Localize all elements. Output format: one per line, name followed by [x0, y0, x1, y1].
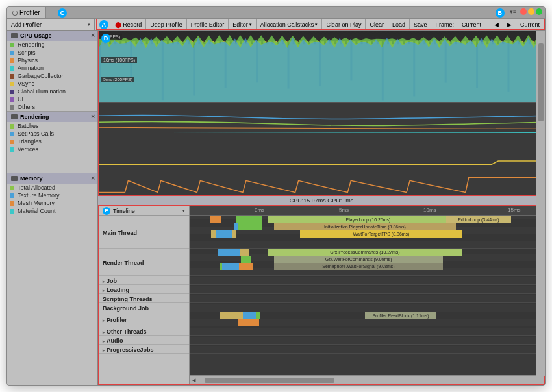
- timeline-track[interactable]: [190, 345, 544, 354]
- timeline-bar[interactable]: Gfx.ProcessCommands (10.27ms): [268, 249, 462, 256]
- rendering-module-header[interactable]: Rendering ×: [7, 112, 97, 122]
- cpu-icon: [11, 33, 18, 38]
- timeline-row-label[interactable]: ▸ Other Threads: [99, 326, 189, 336]
- timeline-bar[interactable]: Semaphore.WaitForSignal (9.08ms): [274, 263, 443, 270]
- timeline-track[interactable]: [190, 276, 544, 285]
- next-frame-button[interactable]: ▶: [503, 19, 516, 29]
- timeline-bar-fragment[interactable]: [239, 263, 253, 270]
- timeline-row-label[interactable]: ▸ Audio: [99, 336, 189, 345]
- legend-item[interactable]: Total Allocated: [7, 184, 97, 191]
- timeline-track[interactable]: [190, 326, 544, 336]
- legend-item[interactable]: Physics: [7, 56, 97, 64]
- profile-editor-button[interactable]: Profile Editor: [187, 19, 229, 29]
- dock-icon[interactable]: ▾≡: [510, 8, 516, 18]
- allocation-callstacks-dropdown[interactable]: Allocation Callstacks: [257, 19, 323, 29]
- timeline-track[interactable]: [190, 294, 544, 303]
- profiler-tab[interactable]: Profiler: [7, 7, 46, 18]
- marker-e: E: [103, 207, 110, 215]
- cpu-chart[interactable]: (60FPS) 10ms (100FPS) 5ms (200FPS): [99, 31, 544, 103]
- timeline-bar-fragment[interactable]: [241, 256, 252, 263]
- timeline-row-label[interactable]: Render Thread: [99, 249, 189, 276]
- cpu-module-header[interactable]: CPU Usage ×: [7, 31, 97, 41]
- timeline-bar[interactable]: PlayerLoop (10.25ms): [268, 216, 469, 223]
- timeline-row-label[interactable]: ▸ ProgressiveJobs: [99, 345, 189, 354]
- timeline-bar[interactable]: Profiler.ReadBlock (1.11ms): [365, 312, 436, 319]
- close-button[interactable]: [520, 8, 527, 15]
- memory-chart[interactable]: [99, 154, 544, 193]
- timeline-bar-fragment[interactable]: [238, 223, 262, 230]
- prev-frame-button[interactable]: ◀: [490, 19, 503, 29]
- scrollbar-thumb[interactable]: [205, 378, 334, 383]
- legend-item[interactable]: SetPass Calls: [7, 130, 97, 138]
- editor-dropdown[interactable]: Editor: [229, 19, 257, 29]
- legend-item[interactable]: Rendering: [7, 41, 97, 49]
- timeline-bar[interactable]: EditorLoop (3.44ms): [446, 216, 511, 223]
- frame-label: Frame:: [431, 19, 458, 29]
- memory-graph-svg: [99, 154, 544, 193]
- legend-item[interactable]: Triangles: [7, 138, 97, 145]
- timeline-bar-fragment[interactable]: [216, 230, 232, 238]
- load-button[interactable]: Load: [388, 19, 410, 29]
- timeline-track[interactable]: Gfx.ProcessCommands (10.27ms)Gfx.WaitFor…: [190, 249, 544, 276]
- timeline-bar-fragment[interactable]: [222, 263, 239, 270]
- timeline-row-label[interactable]: ▸ Job: [99, 276, 189, 285]
- horizontal-scrollbar[interactable]: ◀: [190, 375, 544, 384]
- legend-item[interactable]: Mesh Memory: [7, 199, 97, 207]
- timeline-content[interactable]: 0ms5ms10ms15ms20ms PlayerLoop (10.25ms)I…: [190, 206, 544, 384]
- timeline-row-label[interactable]: Background Job: [99, 303, 189, 312]
- legend-item[interactable]: Vertices: [7, 145, 97, 153]
- scrollbar-thumb[interactable]: [538, 43, 544, 121]
- timeline-view-dropdown[interactable]: E Timeline ▾: [99, 206, 189, 216]
- timeline-track[interactable]: Profiler.ReadBlock (1.11ms): [190, 312, 544, 326]
- timeline-bar-fragment[interactable]: [240, 249, 249, 256]
- legend-item[interactable]: Animation: [7, 64, 97, 72]
- scroll-left-icon[interactable]: ◀: [190, 378, 198, 383]
- legend-item[interactable]: Scripts: [7, 49, 97, 56]
- legend-item[interactable]: VSync: [7, 80, 97, 88]
- minimize-button[interactable]: [528, 8, 534, 15]
- clear-button[interactable]: Clear: [366, 19, 388, 29]
- timeline-track[interactable]: [190, 336, 544, 345]
- memory-module: Memory × Total AllocatedTexture MemoryMe…: [7, 173, 97, 215]
- timeline-bar-fragment[interactable]: [210, 216, 221, 223]
- record-button[interactable]: ⬤ Record: [111, 19, 147, 29]
- close-icon[interactable]: ×: [91, 32, 95, 39]
- maximize-button[interactable]: [536, 8, 542, 15]
- timeline-bar[interactable]: Initialization.PlayerUpdateTime (8.86ms): [274, 223, 456, 230]
- legend-item[interactable]: Global Illumination: [7, 88, 97, 95]
- timeline-row-label[interactable]: ▸ Profiler: [99, 312, 189, 326]
- legend-item[interactable]: GarbageCollector: [7, 72, 97, 80]
- timeline-bar[interactable]: Gfx.WaitForCommands (9.09ms): [274, 256, 443, 263]
- color-swatch: [10, 132, 14, 136]
- vertical-scrollbar[interactable]: [536, 31, 545, 376]
- timeline-bar-fragment[interactable]: [243, 312, 256, 319]
- timeline-track[interactable]: [190, 303, 544, 312]
- timeline-row-label[interactable]: Main Thread: [99, 216, 189, 249]
- timeline-row-label[interactable]: Scripting Threads: [99, 294, 189, 303]
- close-icon[interactable]: ×: [91, 175, 95, 182]
- timeline-track[interactable]: PlayerLoop (10.25ms)Initialization.Playe…: [190, 216, 544, 249]
- timeline-row-label[interactable]: ▸ Loading: [99, 285, 189, 294]
- add-profiler-dropdown[interactable]: Add Profiler ▾: [7, 19, 95, 30]
- timeline-track[interactable]: [190, 285, 544, 294]
- timeline-bar-fragment[interactable]: [218, 249, 241, 256]
- clear-on-play-button[interactable]: Clear on Play: [322, 19, 366, 29]
- ruler-tick: 0ms: [255, 207, 264, 213]
- save-button[interactable]: Save: [410, 19, 432, 29]
- memory-module-header[interactable]: Memory ×: [7, 173, 97, 184]
- legend-item[interactable]: Material Count: [7, 207, 97, 215]
- legend-item[interactable]: Texture Memory: [7, 191, 97, 199]
- close-icon[interactable]: ×: [91, 113, 95, 120]
- legend-item[interactable]: UI: [7, 95, 97, 103]
- add-profiler-label: Add Profiler: [11, 21, 42, 28]
- legend-item[interactable]: Batches: [7, 122, 97, 130]
- timeline-bar-fragment[interactable]: [236, 216, 262, 223]
- ruler-tick: 5ms: [339, 207, 349, 213]
- timeline-bar-fragment[interactable]: [238, 319, 260, 326]
- deep-profile-button[interactable]: Deep Profile: [146, 19, 187, 29]
- timeline-bar[interactable]: WaitForTargetFPS (8.86ms): [300, 230, 462, 238]
- rendering-chart[interactable]: [99, 103, 544, 154]
- legend-item[interactable]: Others: [7, 103, 97, 111]
- window-controls: B ▾≡: [496, 8, 542, 18]
- current-button[interactable]: Current: [516, 19, 544, 29]
